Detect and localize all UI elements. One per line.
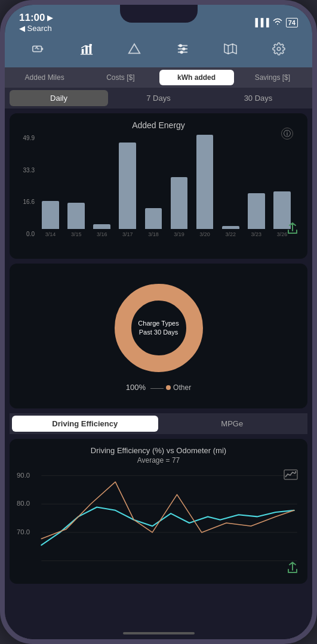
svg-point-14 <box>183 48 185 50</box>
charge-nav-icon[interactable] <box>27 40 50 61</box>
svg-text:80.0: 80.0 <box>17 500 30 507</box>
status-right: ▐▐▐ 74 <box>253 18 298 27</box>
triangle-nav-icon[interactable] <box>123 40 146 61</box>
y-label-bot: 0.0 <box>17 231 37 237</box>
home-bar <box>123 632 195 634</box>
efficiency-tab-selector: Driving Efficiency MPGe <box>10 413 307 434</box>
status-left: 11:00 ▶ ◀ Search <box>19 12 53 33</box>
bar-chart-title: Added Energy <box>132 120 185 130</box>
svg-marker-9 <box>129 44 140 54</box>
tab-kwh-added[interactable]: kWh added <box>159 70 234 85</box>
period-daily[interactable]: Daily <box>10 90 108 106</box>
donut-chart-card: Charge Types Past 30 Days 100% —— Other <box>10 264 307 408</box>
bar-3-18: 3/18 <box>141 135 165 237</box>
time-display: 11:00 <box>19 12 45 24</box>
bar-chart-area: 49.9 33.3 16.6 0.0 3/14 <box>17 135 300 252</box>
screen: 11:00 ▶ ◀ Search ▐▐▐ 74 <box>5 5 312 639</box>
line-chart-share-button[interactable] <box>287 562 298 577</box>
battery-icon: 74 <box>286 18 298 27</box>
nav-bar <box>5 36 312 67</box>
svg-text:70.0: 70.0 <box>17 528 30 535</box>
svg-rect-1 <box>42 48 44 50</box>
period-7days[interactable]: 7 Days <box>109 90 208 106</box>
back-search[interactable]: ◀ Search <box>19 24 53 33</box>
donut-percentage: 100% <box>126 383 146 392</box>
bar-3-23: 3/23 <box>244 135 269 237</box>
line-chart-subtitle: Average = 77 <box>17 456 300 465</box>
tab-savings[interactable]: Savings [$] <box>235 70 310 85</box>
bar-chart-share-button[interactable] <box>287 222 298 237</box>
legend-line: —— Other <box>150 383 191 392</box>
donut-legend: 100% —— Other <box>126 383 191 392</box>
legend-dot <box>166 385 171 390</box>
y-label-mid1: 33.3 <box>17 167 37 174</box>
map-nav-icon[interactable] <box>219 40 242 61</box>
main-tab-selector: Added Miles Costs [$] kWh added Savings … <box>5 67 312 88</box>
line-chart-type-icon[interactable] <box>284 469 298 482</box>
y-label-mid2: 16.6 <box>17 199 37 205</box>
line-chart-svg: 90.0 80.0 70.0 <box>17 469 300 577</box>
y-axis-labels: 49.9 33.3 16.6 0.0 <box>17 135 37 237</box>
line-chart-card: Driving Efficiency (%) vs Odometer (mi) … <box>10 439 307 584</box>
svg-marker-16 <box>224 44 236 54</box>
tab-added-miles[interactable]: Added Miles <box>7 70 82 85</box>
bar-3-15: 3/15 <box>64 135 88 237</box>
period-selector: Daily 7 Days 30 Days <box>5 88 312 109</box>
location-icon: ▶ <box>47 14 53 22</box>
bar-chart-card: Added Energy ⓘ 49.9 33.3 16.6 0.0 <box>10 113 307 259</box>
svg-point-13 <box>179 45 181 47</box>
wifi-icon <box>273 18 282 27</box>
tab-driving-efficiency[interactable]: Driving Efficiency <box>12 416 158 432</box>
status-time: 11:00 ▶ <box>19 12 53 24</box>
tab-mpge[interactable]: MPGe <box>159 416 306 432</box>
donut-center-text: Charge Types Past 30 Days <box>132 319 186 338</box>
bar-chart-header: Added Energy ⓘ <box>17 120 300 130</box>
legend-other-label: Other <box>173 383 191 392</box>
svg-rect-5 <box>82 49 84 54</box>
svg-point-15 <box>180 51 183 54</box>
bar-3-20: 3/20 <box>193 135 217 237</box>
tab-costs[interactable]: Costs [$] <box>83 70 158 85</box>
bar-chart-container: Added Energy ⓘ 49.9 33.3 16.6 0.0 <box>17 120 300 252</box>
donut-wrapper: Charge Types Past 30 Days <box>111 280 207 376</box>
donut-container: Charge Types Past 30 Days 100% —— Other <box>17 271 300 401</box>
main-content: Added Energy ⓘ 49.9 33.3 16.6 0.0 <box>5 109 312 627</box>
bar-3-14: 3/14 <box>38 135 63 237</box>
svg-rect-6 <box>85 46 88 54</box>
bar-chart-nav-icon[interactable] <box>75 40 98 61</box>
svg-text:90.0: 90.0 <box>17 472 30 479</box>
notch <box>120 5 198 23</box>
settings-nav-icon[interactable] <box>267 40 290 61</box>
donut-label: Charge Types Past 30 Days <box>138 320 178 336</box>
line-chart-area: 90.0 80.0 70.0 <box>17 469 300 577</box>
line-chart-title: Driving Efficiency (%) vs Odometer (mi) <box>17 446 300 455</box>
period-30days[interactable]: 30 Days <box>209 90 307 106</box>
bar-3-17: 3/17 <box>115 135 140 237</box>
sliders-nav-icon[interactable] <box>171 40 194 61</box>
signal-icon: ▐▐▐ <box>253 18 269 27</box>
bar-3-19: 3/19 <box>167 135 191 237</box>
home-indicator <box>5 627 312 639</box>
bar-3-22: 3/22 <box>218 135 243 237</box>
bar-3-16: 3/16 <box>90 135 114 237</box>
phone-frame: 11:00 ▶ ◀ Search ▐▐▐ 74 <box>0 0 317 644</box>
svg-point-19 <box>277 47 281 51</box>
y-label-top: 49.9 <box>17 135 37 141</box>
